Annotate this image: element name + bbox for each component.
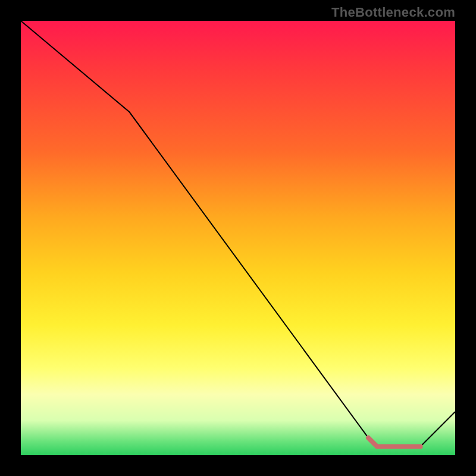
watermark-text: TheBottleneck.com [331,5,455,20]
main-curve-line [21,21,455,446]
chart-frame: TheBottleneck.com [0,0,476,476]
chart-svg [21,21,455,455]
highlight-segment [368,438,421,447]
